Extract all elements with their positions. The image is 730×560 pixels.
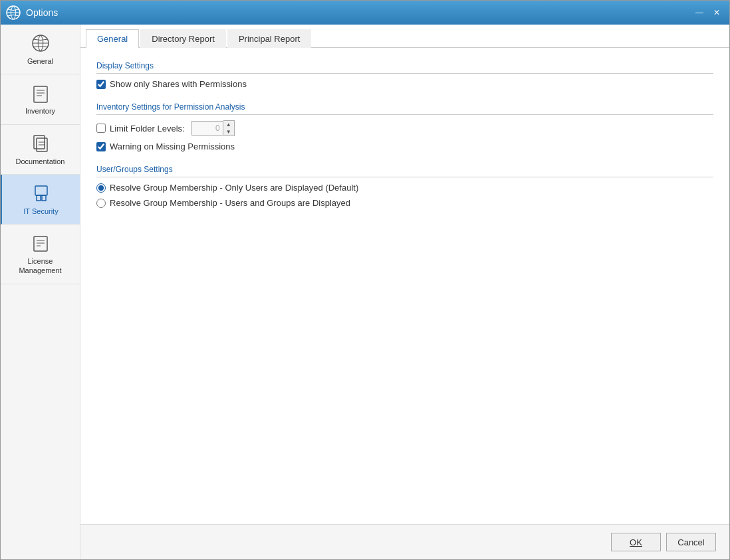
warning-missing-permissions-row: Warning on Missing Permissions (96, 141, 713, 151)
limit-folder-levels-row: Limit Folder Levels: ▲ ▼ (96, 120, 713, 136)
documentation-icon (30, 133, 51, 154)
svg-rect-12 (35, 186, 47, 195)
sidebar-inventory-label: Inventory (25, 106, 55, 116)
general-icon (30, 33, 51, 54)
cancel-button[interactable]: Cancel (666, 533, 716, 551)
sidebar-item-it-security[interactable]: IT Security (1, 175, 80, 225)
show-only-shares-row: Show only Shares with Permissions (96, 79, 713, 89)
it-security-icon (31, 183, 52, 204)
display-settings-header: Display Settings (96, 61, 713, 74)
sidebar-documentation-label: Documentation (16, 157, 65, 166)
sidebar-item-inventory[interactable]: Inventory (1, 74, 80, 124)
spinner-buttons: ▲ ▼ (223, 120, 235, 136)
spinner-up-button[interactable]: ▲ (223, 121, 234, 128)
app-icon (6, 5, 21, 20)
limit-folder-levels-label: Limit Folder Levels: (110, 124, 185, 134)
tabs-bar: General Directory Report Principal Repor… (80, 25, 729, 48)
right-panel: General Directory Report Principal Repor… (80, 25, 729, 559)
resolve-users-groups-radio[interactable] (96, 199, 106, 208)
resolve-users-only-row: Resolve Group Membership - Only Users ar… (96, 183, 713, 193)
resolve-users-groups-label: Resolve Group Membership - Users and Gro… (110, 198, 350, 208)
inventory-icon (30, 82, 51, 104)
inventory-settings-header: Inventory Settings for Permission Analys… (96, 102, 713, 115)
sidebar-item-documentation[interactable]: Documentation (1, 125, 80, 175)
svg-rect-14 (42, 195, 46, 201)
sidebar-item-license-management[interactable]: License Management (1, 225, 80, 284)
limit-folder-levels-checkbox[interactable] (96, 124, 106, 133)
svg-rect-13 (37, 195, 41, 201)
window-title: Options (26, 7, 692, 18)
sidebar: General Inventory (1, 25, 80, 559)
inventory-settings-section: Inventory Settings for Permission Analys… (96, 102, 713, 151)
svg-rect-4 (34, 86, 47, 102)
warning-missing-permissions-label: Warning on Missing Permissions (110, 141, 235, 151)
sidebar-it-security-label: IT Security (23, 207, 58, 216)
tab-general[interactable]: General (86, 29, 139, 48)
user-groups-settings-header: User/Groups Settings (96, 165, 713, 177)
options-window: Options — ✕ General (0, 0, 730, 560)
main-content: General Inventory (1, 25, 729, 559)
user-groups-settings-section: User/Groups Settings Resolve Group Membe… (96, 165, 713, 208)
footer: OK Cancel (80, 524, 729, 559)
sidebar-license-management-label: License Management (6, 256, 74, 276)
show-only-shares-checkbox[interactable] (96, 80, 106, 89)
title-bar: Options — ✕ (1, 1, 729, 25)
content-area: Display Settings Show only Shares with P… (80, 48, 729, 524)
resolve-users-only-label: Resolve Group Membership - Only Users ar… (110, 183, 358, 193)
close-button[interactable]: ✕ (709, 7, 724, 19)
sidebar-general-label: General (27, 56, 53, 66)
tab-directory-report[interactable]: Directory Report (140, 29, 226, 48)
spinner-down-button[interactable]: ▼ (223, 128, 234, 136)
show-only-shares-label: Show only Shares with Permissions (110, 79, 247, 89)
folder-levels-spinner: ▲ ▼ (191, 120, 235, 136)
minimize-button[interactable]: — (692, 7, 707, 19)
folder-levels-input[interactable] (191, 121, 223, 136)
license-management-icon (30, 233, 51, 254)
resolve-users-only-radio[interactable] (96, 183, 106, 193)
resolve-users-groups-row: Resolve Group Membership - Users and Gro… (96, 198, 713, 208)
display-settings-section: Display Settings Show only Shares with P… (96, 61, 713, 89)
sidebar-item-general[interactable]: General (1, 25, 80, 74)
ok-button[interactable]: OK (611, 533, 661, 551)
tab-principal-report[interactable]: Principal Report (227, 29, 312, 48)
warning-missing-permissions-checkbox[interactable] (96, 142, 106, 151)
svg-rect-16 (34, 236, 47, 251)
window-controls: — ✕ (692, 7, 724, 19)
